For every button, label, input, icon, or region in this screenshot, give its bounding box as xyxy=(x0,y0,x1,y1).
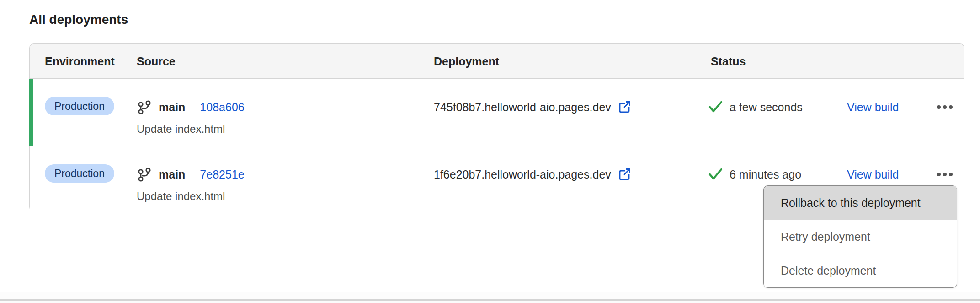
deployment-url: 745f08b7.helloworld-aio.pages.dev xyxy=(434,101,611,114)
git-branch-icon xyxy=(137,167,151,182)
menu-item-rollback[interactable]: Rollback to this deployment xyxy=(764,186,957,220)
commit-link[interactable]: 7e8251e xyxy=(200,168,244,181)
column-header-status: Status xyxy=(711,44,746,79)
page-bottom-area xyxy=(0,301,980,303)
branch-name: main xyxy=(159,101,185,114)
column-header-source: Source xyxy=(137,44,176,79)
table-header-row: Environment Source Deployment Status xyxy=(30,44,964,79)
success-check-icon xyxy=(708,100,724,114)
external-link-icon[interactable] xyxy=(617,100,632,114)
deployment-actions-context-menu: Rollback to this deployment Retry deploy… xyxy=(763,185,957,288)
environment-badge: Production xyxy=(45,97,114,115)
row-actions-menu-button[interactable] xyxy=(937,97,953,117)
deployment-url: 1f6e20b7.helloworld-aio.pages.dev xyxy=(434,168,611,181)
commit-message: Update index.html xyxy=(137,123,225,135)
column-header-environment: Environment xyxy=(45,44,115,79)
success-check-icon xyxy=(708,167,724,182)
environment-badge: Production xyxy=(45,164,114,183)
git-branch-icon xyxy=(137,100,151,114)
page-title: All deployments xyxy=(29,11,128,28)
external-link-icon[interactable] xyxy=(617,167,632,182)
commit-message: Update index.html xyxy=(137,190,225,203)
table-row: Production main 108a606 Update index.htm… xyxy=(30,79,964,146)
status-text: a few seconds xyxy=(730,101,803,114)
page-bottom-band xyxy=(0,292,980,299)
branch-name: main xyxy=(159,168,185,181)
commit-link[interactable]: 108a606 xyxy=(200,101,244,114)
menu-item-delete[interactable]: Delete deployment xyxy=(764,254,957,287)
menu-item-retry[interactable]: Retry deployment xyxy=(764,220,957,254)
view-build-link[interactable]: View build xyxy=(847,164,899,184)
status-text: 6 minutes ago xyxy=(730,168,801,181)
column-header-deployment: Deployment xyxy=(434,44,499,79)
view-build-link[interactable]: View build xyxy=(847,97,899,117)
row-actions-menu-button[interactable] xyxy=(937,164,953,184)
